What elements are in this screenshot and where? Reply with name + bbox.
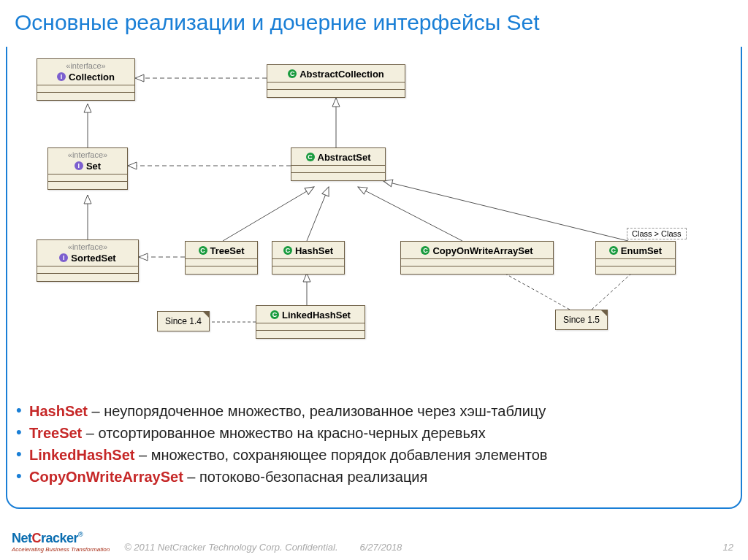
date-text: 6/27/2018	[360, 542, 402, 553]
bullet-desc: – отсортированное множество на красно-че…	[82, 425, 485, 441]
uml-name: TreeSet	[210, 245, 245, 256]
bullet-item: TreeSet – отсортированное множество на к…	[16, 422, 733, 444]
svg-line-12	[504, 273, 570, 310]
uml-interface-sortedset: «interface» ISortedSet	[37, 239, 139, 282]
bullet-desc: – потоково-безопасная реализация	[183, 469, 428, 485]
bullet-term: HashSet	[29, 403, 88, 419]
uml-interface-collection: «interface» ICollection	[37, 58, 135, 101]
uml-name: AbstractCollection	[299, 69, 384, 80]
page-number: 12	[723, 542, 733, 553]
uml-note-since15: Since 1.5	[555, 310, 608, 330]
svg-line-8	[383, 181, 628, 241]
interface-icon: I	[75, 161, 83, 170]
bullet-item: LinkedHashSet – множество, сохраняющее п…	[16, 444, 733, 466]
logo-tagline: Accelerating Business Transformation	[12, 546, 110, 553]
uml-class-abstractcollection: CAbstractCollection	[267, 64, 405, 98]
svg-line-5	[223, 187, 314, 241]
svg-line-6	[307, 187, 329, 241]
bullet-term: CopyOnWriteArraySet	[29, 469, 183, 485]
uml-note-since14: Since 1.4	[157, 311, 210, 331]
class-icon: C	[306, 153, 315, 161]
uml-name: Set	[86, 161, 101, 172]
class-icon: C	[288, 69, 297, 78]
uml-name: SortedSet	[71, 253, 115, 264]
copyright-text: © 2011 NetCracker Technology Corp. Confi…	[124, 542, 337, 553]
uml-class-hashset: CHashSet	[272, 241, 345, 275]
interface-icon: I	[57, 72, 66, 81]
footer: NetCracker® Accelerating Business Transf…	[12, 531, 733, 553]
class-icon: C	[421, 246, 430, 255]
bullet-desc: – неупорядоченное множество, реализованн…	[88, 403, 546, 419]
stereotype-label: «interface»	[42, 61, 130, 70]
svg-line-13	[592, 273, 632, 310]
bullet-list: HashSet – неупорядоченное множество, реа…	[16, 400, 733, 488]
bullet-item: HashSet – неупорядоченное множество, реа…	[16, 400, 733, 422]
bullet-term: LinkedHashSet	[29, 447, 134, 463]
bullet-item: CopyOnWriteArraySet – потоково-безопасна…	[16, 466, 733, 488]
uml-diagram: «interface» ICollection «interface» ISet…	[15, 53, 730, 388]
uml-class-linkedhashset: CLinkedHashSet	[256, 305, 365, 339]
bullet-desc: – множество, сохраняющее порядок добавле…	[134, 447, 547, 463]
svg-line-7	[358, 187, 462, 241]
uml-name: CopyOnWriteArraySet	[432, 245, 533, 256]
uml-name: HashSet	[295, 245, 333, 256]
uml-name: Collection	[69, 72, 115, 83]
interface-icon: I	[59, 253, 68, 262]
class-icon: C	[270, 310, 279, 319]
uml-class-enumset: CEnumSet	[595, 241, 676, 275]
uml-name: LinkedHashSet	[282, 310, 351, 321]
slide-title: Основные реализации и дочерние интерфейс…	[15, 10, 540, 35]
logo-text: NetCracker®	[12, 531, 110, 546]
uml-name: EnumSet	[621, 245, 662, 256]
bullet-term: TreeSet	[29, 425, 82, 441]
uml-interface-set: «interface» ISet	[47, 147, 128, 190]
stereotype-label: «interface»	[42, 242, 134, 251]
uml-class-abstractset: CAbstractSet	[291, 147, 386, 181]
stereotype-label: «interface»	[53, 150, 123, 159]
class-icon: C	[283, 246, 292, 255]
uml-name: AbstractSet	[318, 152, 371, 163]
diagram-arrows	[15, 53, 730, 388]
class-icon: C	[199, 246, 207, 255]
class-icon: C	[609, 246, 618, 255]
generic-param-tag: Class > Class	[627, 228, 687, 239]
uml-class-cowarrayset: CCopyOnWriteArraySet	[400, 241, 554, 275]
logo: NetCracker® Accelerating Business Transf…	[12, 531, 110, 553]
uml-class-treeset: CTreeSet	[185, 241, 258, 275]
